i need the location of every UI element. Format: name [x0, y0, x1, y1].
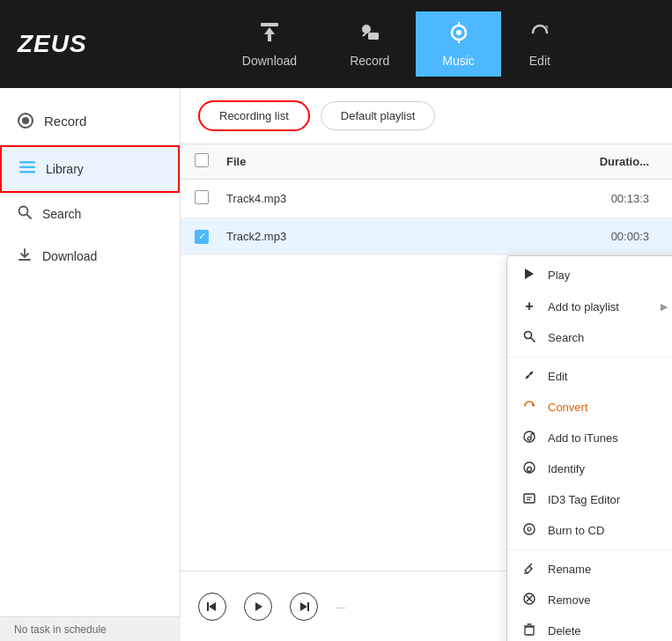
header-file: File — [226, 155, 587, 168]
record-nav-icon — [358, 20, 382, 48]
main-layout: Record Library Search — [0, 88, 672, 641]
row2-filename: Track2.mp3 — [226, 230, 587, 243]
menu-search-label: Search — [548, 331, 584, 344]
sidebar-item-download[interactable]: Download — [0, 235, 180, 277]
play-button[interactable] — [244, 593, 272, 621]
row1-duration: 00:13:3 — [587, 192, 658, 205]
prev-button[interactable] — [198, 593, 226, 621]
svg-rect-8 — [19, 166, 35, 169]
menu-item-edit[interactable]: Edit — [507, 361, 672, 392]
identify-menu-icon — [521, 461, 537, 476]
menu-item-remove[interactable]: Remove — [507, 585, 672, 615]
svg-point-34 — [528, 527, 531, 531]
svg-rect-14 — [207, 602, 209, 611]
content-area: Recording list Default playlist File Dur… — [181, 88, 672, 641]
search-menu-icon — [521, 330, 537, 345]
row1-check[interactable] — [195, 190, 226, 207]
top-nav: ZEUS Download Record — [0, 0, 672, 88]
context-menu: Play + Add to playlist ▶ Search — [506, 255, 672, 641]
svg-point-28 — [528, 468, 532, 472]
sidebar-download-label: Download — [42, 249, 97, 263]
menu-item-id3-tag-editor[interactable]: ID3 Tag Editor — [507, 484, 672, 515]
menu-item-convert[interactable]: Convert — [507, 392, 672, 423]
tab-recording-list[interactable]: Recording list — [198, 100, 310, 131]
svg-marker-1 — [264, 27, 275, 41]
menu-play-label: Play — [548, 269, 570, 282]
menu-id3-label: ID3 Tag Editor — [548, 493, 620, 506]
nav-item-edit-label: Edit — [529, 54, 550, 68]
add-playlist-icon: + — [521, 298, 537, 314]
menu-divider-2 — [507, 549, 672, 550]
menu-remove-label: Remove — [548, 593, 590, 607]
svg-marker-13 — [209, 602, 216, 611]
sidebar-record-label: Record — [44, 114, 86, 129]
svg-rect-3 — [368, 33, 379, 40]
table-row[interactable]: Track4.mp3 00:13:3 — [181, 180, 672, 218]
menu-item-identify[interactable]: Identify — [507, 453, 672, 484]
select-all-checkbox[interactable] — [195, 153, 209, 167]
menu-item-play[interactable]: Play — [507, 260, 672, 291]
menu-item-add-to-itunes[interactable]: Add to iTunes — [507, 423, 672, 453]
svg-point-33 — [524, 524, 535, 534]
svg-point-5 — [456, 30, 462, 35]
table-row[interactable]: ✓ Track2.mp3 00:00:3 — [181, 218, 672, 255]
svg-rect-30 — [524, 494, 535, 503]
svg-line-20 — [531, 338, 535, 343]
burn-cd-menu-icon — [521, 523, 537, 538]
menu-delete-label: Delete — [548, 624, 581, 637]
nav-item-record[interactable]: Record — [323, 11, 416, 77]
tab-bar: Recording list Default playlist — [181, 88, 672, 144]
itunes-menu-icon — [521, 431, 537, 446]
menu-item-add-to-playlist[interactable]: + Add to playlist ▶ — [507, 291, 672, 322]
nav-item-download[interactable]: Download — [216, 11, 323, 77]
download-icon — [18, 247, 32, 265]
download-nav-icon — [257, 20, 282, 48]
nav-item-download-label: Download — [242, 54, 297, 68]
edit-menu-icon — [521, 369, 537, 384]
sidebar-item-search[interactable]: Search — [0, 193, 180, 235]
menu-item-delete[interactable]: Delete — [507, 615, 672, 641]
svg-rect-9 — [19, 171, 35, 173]
nav-item-edit[interactable]: Edit — [501, 11, 579, 77]
header-check[interactable] — [195, 153, 226, 170]
file-list-header: File Duratio... — [181, 144, 672, 180]
menu-burn-cd-label: Burn to CD — [548, 524, 604, 537]
sidebar-item-record[interactable]: Record — [0, 97, 180, 145]
menu-edit-label: Edit — [548, 370, 567, 383]
rename-menu-icon — [521, 562, 537, 577]
menu-itunes-label: Add to iTunes — [548, 431, 618, 445]
menu-item-burn-to-cd[interactable]: Burn to CD — [507, 515, 672, 546]
row2-duration: 00:00:3 — [587, 230, 658, 243]
sidebar-item-library[interactable]: Library — [0, 145, 180, 193]
svg-line-11 — [27, 215, 32, 219]
row2-checkbox[interactable]: ✓ — [195, 230, 209, 244]
logo: ZEUS — [18, 30, 87, 58]
svg-rect-0 — [261, 23, 278, 26]
edit-nav-icon — [528, 20, 552, 48]
tab-default-playlist[interactable]: Default playlist — [321, 101, 436, 130]
nav-item-music[interactable]: Music — [416, 11, 501, 77]
svg-rect-7 — [19, 161, 35, 164]
svg-line-35 — [529, 564, 532, 566]
record-sidebar-icon — [18, 113, 33, 129]
submenu-arrow-icon: ▶ — [661, 301, 668, 313]
svg-marker-15 — [255, 602, 262, 611]
svg-rect-17 — [307, 602, 309, 611]
svg-marker-16 — [300, 602, 307, 611]
convert-menu-icon — [521, 400, 537, 415]
next-button[interactable] — [290, 593, 318, 621]
search-icon — [18, 205, 32, 223]
svg-rect-40 — [525, 627, 534, 635]
svg-point-23 — [527, 376, 529, 379]
sidebar-library-label: Library — [46, 162, 84, 176]
svg-marker-18 — [525, 269, 534, 279]
remove-menu-icon — [521, 593, 537, 608]
menu-rename-label: Rename — [548, 563, 591, 576]
menu-item-rename[interactable]: Rename — [507, 554, 672, 585]
row2-check[interactable]: ✓ — [195, 229, 226, 244]
menu-item-search[interactable]: Search — [507, 322, 672, 353]
row1-checkbox[interactable] — [195, 190, 209, 204]
nav-item-music-label: Music — [442, 54, 475, 68]
library-icon — [19, 159, 35, 179]
menu-divider-1 — [507, 357, 672, 357]
